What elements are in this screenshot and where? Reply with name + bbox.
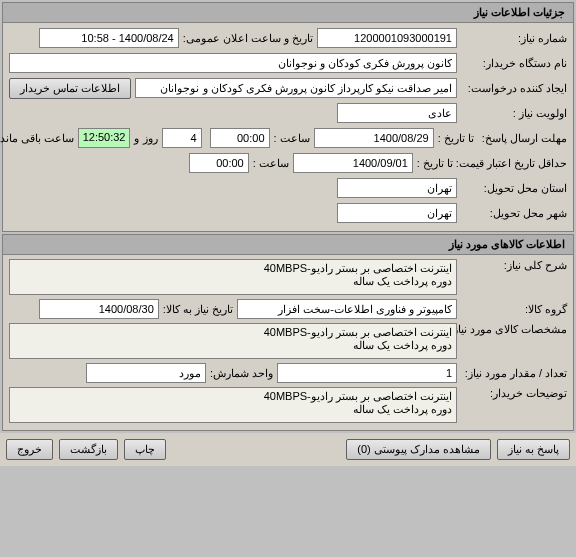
need-info-header: جزئیات اطلاعات نیاز xyxy=(3,3,573,23)
label-desc: شرح کلی نیاز: xyxy=(457,259,567,272)
label-remain: ساعت باقی مانده xyxy=(0,132,78,145)
field-buyer xyxy=(9,53,457,73)
label-buyer: نام دستگاه خریدار: xyxy=(457,57,567,70)
field-desc xyxy=(9,259,457,295)
label-deadline: مهلت ارسال پاسخ: xyxy=(478,132,567,145)
row-requester: ایجاد کننده درخواست: اطلاعات تماس خریدار xyxy=(9,77,567,99)
print-button[interactable]: چاپ xyxy=(124,439,166,460)
field-announce xyxy=(39,28,179,48)
row-group: گروه کالا: تاریخ نیاز به کالا: xyxy=(9,298,567,320)
field-group xyxy=(237,299,457,319)
row-desc: شرح کلی نیاز: xyxy=(9,259,567,295)
label-priority: اولویت نیاز : xyxy=(457,107,567,120)
field-buyer-note xyxy=(9,387,457,423)
row-need-number: شماره نیاز: تاریخ و ساعت اعلان عمومی: xyxy=(9,27,567,49)
row-buyer: نام دستگاه خریدار: xyxy=(9,52,567,74)
back-button[interactable]: بازگشت xyxy=(59,439,118,460)
label-qty: تعداد / مقدار مورد نیاز: xyxy=(457,367,567,380)
footer: پاسخ به نیاز مشاهده مدارک پیوستی (0) چاپ… xyxy=(0,433,576,466)
need-info-panel: جزئیات اطلاعات نیاز شماره نیاز: تاریخ و … xyxy=(2,2,574,232)
row-deadline: مهلت ارسال پاسخ: تا تاریخ : ساعت : روز و… xyxy=(9,127,567,149)
row-spec: مشخصات کالای مورد نیاز: xyxy=(9,323,567,359)
items-body: شرح کلی نیاز: گروه کالا: تاریخ نیاز به ک… xyxy=(3,255,573,430)
row-delivery-city: شهر محل تحویل: xyxy=(9,202,567,224)
label-need-date: تاریخ نیاز به کالا: xyxy=(159,303,237,316)
items-header: اطلاعات کالاهای مورد نیاز xyxy=(3,235,573,255)
footer-left: چاپ بازگشت خروج xyxy=(6,439,166,460)
field-delivery-state xyxy=(337,178,457,198)
items-panel: اطلاعات کالاهای مورد نیاز شرح کلی نیاز: … xyxy=(2,234,574,431)
field-spec xyxy=(9,323,457,359)
buyer-contact-button[interactable]: اطلاعات تماس خریدار xyxy=(9,78,131,99)
label-spec: مشخصات کالای مورد نیاز: xyxy=(457,323,567,336)
label-requester: ایجاد کننده درخواست: xyxy=(457,82,567,95)
field-credit-time xyxy=(189,153,249,173)
label-time-2: ساعت : xyxy=(249,157,293,170)
field-need-date xyxy=(39,299,159,319)
field-requester xyxy=(135,78,457,98)
row-qty: تعداد / مقدار مورد نیاز: واحد شمارش: xyxy=(9,362,567,384)
attachments-button[interactable]: مشاهده مدارک پیوستی (0) xyxy=(346,439,491,460)
label-time-1: ساعت : xyxy=(270,132,314,145)
field-deadline-date xyxy=(314,128,434,148)
row-credit: حداقل تاریخ اعتبار قیمت: تا تاریخ : ساعت… xyxy=(9,152,567,174)
exit-button[interactable]: خروج xyxy=(6,439,53,460)
field-qty xyxy=(277,363,457,383)
row-buyer-note: توضیحات خریدار: xyxy=(9,387,567,423)
field-credit-date xyxy=(293,153,413,173)
label-buyer-note: توضیحات خریدار: xyxy=(457,387,567,400)
field-need-number xyxy=(317,28,457,48)
field-delivery-city xyxy=(337,203,457,223)
label-group: گروه کالا: xyxy=(457,303,567,316)
field-countdown: 12:50:32 xyxy=(78,128,131,148)
row-delivery-state: استان محل تحویل: xyxy=(9,177,567,199)
row-priority: اولویت نیاز : xyxy=(9,102,567,124)
label-credit: حداقل تاریخ اعتبار قیمت: xyxy=(457,157,567,170)
label-unit: واحد شمارش: xyxy=(206,367,277,380)
need-info-body: شماره نیاز: تاریخ و ساعت اعلان عمومی: نا… xyxy=(3,23,573,231)
label-days: روز و xyxy=(130,132,161,145)
field-priority xyxy=(337,103,457,123)
label-need-number: شماره نیاز: xyxy=(457,32,567,45)
label-announce: تاریخ و ساعت اعلان عمومی: xyxy=(179,32,317,45)
field-unit xyxy=(86,363,206,383)
label-to-date-2: تا تاریخ : xyxy=(413,157,457,170)
label-delivery-state: استان محل تحویل: xyxy=(457,182,567,195)
footer-right: پاسخ به نیاز مشاهده مدارک پیوستی (0) xyxy=(346,439,570,460)
field-deadline-time xyxy=(210,128,270,148)
label-to-date-1: تا تاریخ : xyxy=(434,132,478,145)
respond-button[interactable]: پاسخ به نیاز xyxy=(497,439,570,460)
label-delivery-city: شهر محل تحویل: xyxy=(457,207,567,220)
field-days xyxy=(162,128,202,148)
